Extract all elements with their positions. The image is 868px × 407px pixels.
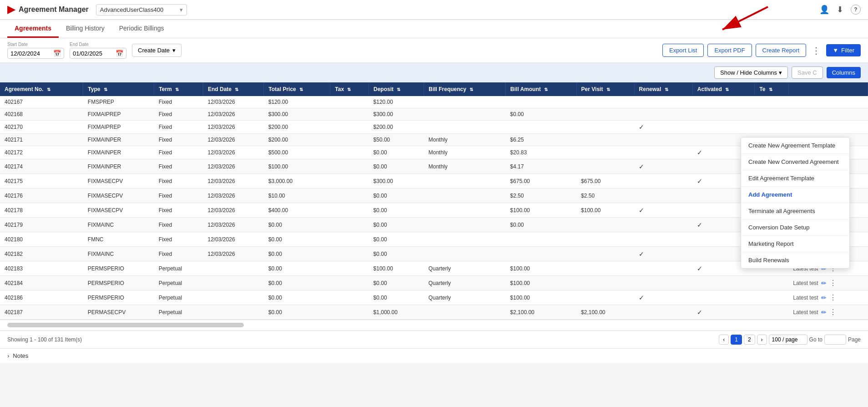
table-row[interactable]: 402168 FIXMAIPREP Fixed 12/03/2026 $300.… bbox=[0, 108, 868, 121]
cell-bill-freq bbox=[424, 174, 506, 188]
create-date-button[interactable]: Create Date ▾ bbox=[132, 44, 182, 57]
tab-billing-history[interactable]: Billing History bbox=[59, 20, 112, 38]
user-icon[interactable]: 👤 bbox=[819, 5, 829, 15]
cell-term: Perpetual bbox=[154, 276, 203, 290]
start-date-input-wrap[interactable]: 📅 bbox=[7, 48, 64, 59]
create-report-button[interactable]: Create Report bbox=[756, 44, 807, 57]
context-menu-item[interactable]: Conversion Date Setup bbox=[741, 219, 849, 236]
cell-deposit: $200.00 bbox=[369, 121, 424, 134]
table-row[interactable]: 402186 PERMSPERIO Perpetual $0.00 $0.00 … bbox=[0, 290, 868, 305]
download-icon[interactable]: ⬇ bbox=[837, 5, 843, 15]
table-row[interactable]: 402178 FIXMASECPV Fixed 12/03/2026 $400.… bbox=[0, 203, 868, 218]
notes-expand-icon: › bbox=[7, 352, 9, 359]
col-activated[interactable]: Activated ⇅ bbox=[692, 82, 754, 96]
more-options-button[interactable]: ⋮ bbox=[810, 43, 823, 58]
cell-tax bbox=[330, 134, 369, 146]
goto-input[interactable] bbox=[824, 335, 846, 345]
cell-term: Fixed bbox=[154, 134, 203, 146]
more-row-icon[interactable]: ⋮ bbox=[829, 279, 837, 287]
page-2-button[interactable]: 2 bbox=[744, 335, 755, 345]
filter-button[interactable]: ▼ Filter bbox=[826, 44, 861, 56]
end-date-input-wrap[interactable]: 📅 bbox=[70, 48, 126, 59]
cell-renewal bbox=[634, 305, 692, 320]
tab-agreements[interactable]: Agreements bbox=[7, 20, 59, 38]
col-end-date[interactable]: End Date ⇅ bbox=[203, 82, 264, 96]
cell-deposit: $50.00 bbox=[369, 134, 424, 146]
export-pdf-button[interactable]: Export PDF bbox=[707, 44, 752, 57]
col-tax[interactable]: Tax ⇅ bbox=[330, 82, 369, 96]
cell-bill-freq bbox=[424, 203, 506, 218]
scroll-bar-area[interactable] bbox=[0, 320, 868, 331]
table-row[interactable]: 402187 PERMASECPV Perpetual $0.00 $1,000… bbox=[0, 305, 868, 320]
context-menu: Create New Agreement TemplateCreate New … bbox=[741, 137, 850, 269]
cell-te bbox=[755, 290, 789, 305]
table-row[interactable]: 402167 FMSPREP Fixed 12/03/2026 $120.00 … bbox=[0, 96, 868, 108]
more-row-icon[interactable]: ⋮ bbox=[829, 293, 837, 302]
table-row[interactable]: 402175 FIXMASECPV Fixed 12/03/2026 $3,00… bbox=[0, 174, 868, 188]
next-page-button[interactable]: › bbox=[757, 335, 767, 345]
col-bill-frequency[interactable]: Bill Frequency ⇅ bbox=[424, 82, 506, 96]
cell-term: Fixed bbox=[154, 159, 203, 174]
cell-bill-freq bbox=[424, 108, 506, 121]
col-deposit[interactable]: Deposit ⇅ bbox=[369, 82, 424, 96]
edit-icon[interactable]: ✏ bbox=[821, 294, 827, 301]
cell-term: Fixed bbox=[154, 232, 203, 247]
col-renewal[interactable]: Renewal ⇅ bbox=[634, 82, 692, 96]
show-hide-columns-button[interactable]: Show / Hide Columns ▾ bbox=[714, 66, 788, 79]
cell-end-date: 12/03/2026 bbox=[203, 108, 264, 121]
table-row[interactable]: 402180 FMNC Fixed 12/03/2026 $0.00 $0.00… bbox=[0, 232, 868, 247]
context-menu-item[interactable]: Build Renewals bbox=[741, 252, 849, 268]
prev-page-button[interactable]: ‹ bbox=[719, 335, 729, 345]
table-row[interactable]: 402183 PERMSPERIO Perpetual $0.00 $100.0… bbox=[0, 261, 868, 276]
cell-term: Perpetual bbox=[154, 290, 203, 305]
account-selector[interactable]: AdvancedUserClass400 ▾ bbox=[96, 4, 187, 15]
context-menu-item[interactable]: Edit Agreement Template bbox=[741, 170, 849, 187]
columns-active-button[interactable]: Columns bbox=[827, 67, 861, 78]
table-row[interactable]: 402174 FIXMAINPER Fixed 12/03/2026 $100.… bbox=[0, 159, 868, 174]
end-date-input[interactable] bbox=[73, 50, 114, 57]
help-icon[interactable]: ? bbox=[851, 5, 861, 15]
table-row[interactable]: 402170 FIXMAIPREP Fixed 12/03/2026 $200.… bbox=[0, 121, 868, 134]
cell-total-price: $200.00 bbox=[264, 134, 330, 146]
cell-term: Fixed bbox=[154, 203, 203, 218]
more-row-icon[interactable]: ⋮ bbox=[829, 308, 837, 316]
col-bill-amount[interactable]: Bill Amount ⇅ bbox=[505, 82, 576, 96]
cell-total-price: $400.00 bbox=[264, 203, 330, 218]
col-agreement-no[interactable]: Agreement No. ⇅ bbox=[0, 82, 83, 96]
cell-end-date: 12/03/2026 bbox=[203, 218, 264, 232]
col-per-visit[interactable]: Per Visit ⇅ bbox=[576, 82, 634, 96]
edit-icon[interactable]: ✏ bbox=[821, 280, 827, 287]
table-row[interactable]: 402172 FIXMAINPER Fixed 12/03/2026 $500.… bbox=[0, 146, 868, 159]
cell-bill-freq: Quarterly bbox=[424, 276, 506, 290]
col-te[interactable]: Te ⇅ bbox=[755, 82, 789, 96]
page-size-select[interactable]: 100 / page 50 / page 25 / page bbox=[769, 335, 807, 345]
table-row[interactable]: 402176 FIXMASECPV Fixed 12/03/2026 $10.0… bbox=[0, 188, 868, 203]
context-menu-item[interactable]: Add Agreement bbox=[741, 187, 849, 203]
cell-end-date bbox=[203, 305, 264, 320]
col-type[interactable]: Type ⇅ bbox=[83, 82, 154, 96]
cell-per-visit bbox=[576, 232, 634, 247]
tab-periodic-billings[interactable]: Periodic Billings bbox=[112, 20, 172, 38]
table-row[interactable]: 402171 FIXMAINPER Fixed 12/03/2026 $200.… bbox=[0, 134, 868, 146]
cell-tax bbox=[330, 146, 369, 159]
cell-deposit: $0.00 bbox=[369, 159, 424, 174]
col-total-price[interactable]: Total Price ⇅ bbox=[264, 82, 330, 96]
export-list-button[interactable]: Export List bbox=[662, 44, 704, 57]
context-menu-item[interactable]: Terminate all Agreements bbox=[741, 203, 849, 219]
context-menu-item[interactable]: Create New Converted Agreement bbox=[741, 154, 849, 170]
cell-te bbox=[755, 96, 789, 108]
page-1-button[interactable]: 1 bbox=[731, 335, 742, 345]
context-menu-item[interactable]: Create New Agreement Template bbox=[741, 137, 849, 154]
table-footer: Showing 1 - 100 of 131 Item(s) ‹ 1 2 › 1… bbox=[0, 331, 868, 348]
table-row[interactable]: 402182 FIXMAINC Fixed 12/03/2026 $0.00 $… bbox=[0, 247, 868, 261]
cell-type: FIXMASECPV bbox=[83, 174, 154, 188]
notes-bar[interactable]: › Notes bbox=[0, 348, 868, 363]
agreements-table: Agreement No. ⇅ Type ⇅ Term ⇅ End Date ⇅… bbox=[0, 82, 868, 320]
col-term[interactable]: Term ⇅ bbox=[154, 82, 203, 96]
edit-icon[interactable]: ✏ bbox=[821, 309, 827, 316]
save-button[interactable]: Save C bbox=[792, 66, 823, 79]
table-row[interactable]: 402184 PERMSPERIO Perpetual $0.00 $0.00 … bbox=[0, 276, 868, 290]
table-row[interactable]: 402179 FIXMAINC Fixed 12/03/2026 $0.00 $… bbox=[0, 218, 868, 232]
start-date-input[interactable] bbox=[10, 50, 51, 57]
context-menu-item[interactable]: Marketing Report bbox=[741, 236, 849, 252]
